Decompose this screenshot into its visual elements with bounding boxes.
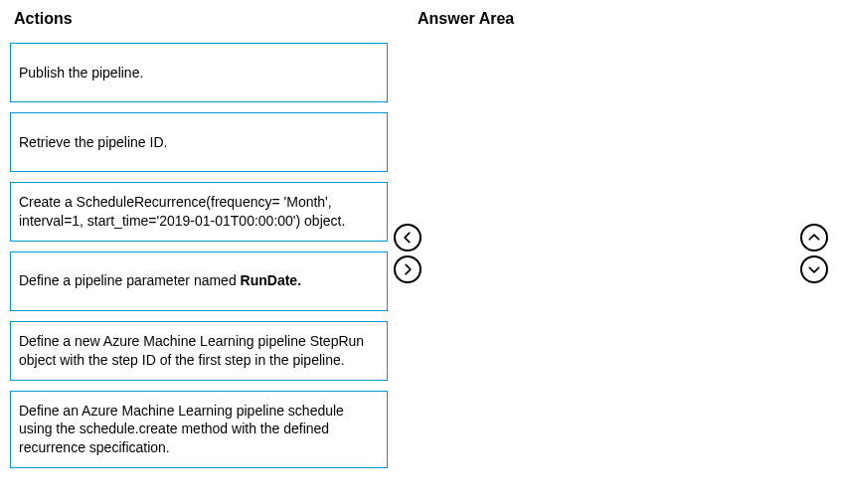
action-text: Define a new Azure Machine Learning pipe… — [19, 332, 379, 370]
action-item[interactable]: Define a new Azure Machine Learning pipe… — [10, 321, 388, 381]
action-item[interactable]: Define a pipeline parameter named RunDat… — [10, 252, 388, 311]
move-left-button[interactable] — [394, 224, 421, 252]
move-left-right-controls — [394, 224, 421, 283]
move-up-button[interactable] — [800, 224, 828, 252]
action-bold: RunDate. — [241, 272, 301, 288]
move-down-button[interactable] — [800, 255, 828, 283]
answer-heading: Answer Area — [418, 10, 832, 28]
actions-column: Actions Publish the pipeline. Retrieve t… — [10, 10, 388, 494]
chevron-down-icon — [807, 262, 821, 276]
action-text: Define an Azure Machine Learning pipelin… — [19, 402, 379, 458]
answer-column: Answer Area — [388, 10, 832, 494]
chevron-up-icon — [807, 231, 821, 245]
chevron-right-icon — [401, 262, 415, 276]
actions-heading: Actions — [14, 10, 388, 28]
move-up-down-controls — [800, 224, 828, 283]
action-text: Publish the pipeline. — [19, 64, 143, 83]
action-item[interactable]: Retrieve the pipeline ID. — [10, 112, 388, 172]
action-text: Retrieve the pipeline ID. — [19, 133, 167, 152]
action-item[interactable]: Publish the pipeline. — [10, 43, 388, 102]
chevron-left-icon — [401, 231, 415, 245]
action-text: Define a pipeline parameter named RunDat… — [19, 271, 301, 290]
action-item[interactable]: Create a ScheduleRecurrence(frequency= '… — [10, 182, 388, 242]
action-item[interactable]: Define an Azure Machine Learning pipelin… — [10, 391, 388, 469]
action-prefix: Define a pipeline parameter named — [19, 272, 241, 288]
action-text: Create a ScheduleRecurrence(frequency= '… — [19, 193, 379, 231]
move-right-button[interactable] — [394, 255, 421, 283]
